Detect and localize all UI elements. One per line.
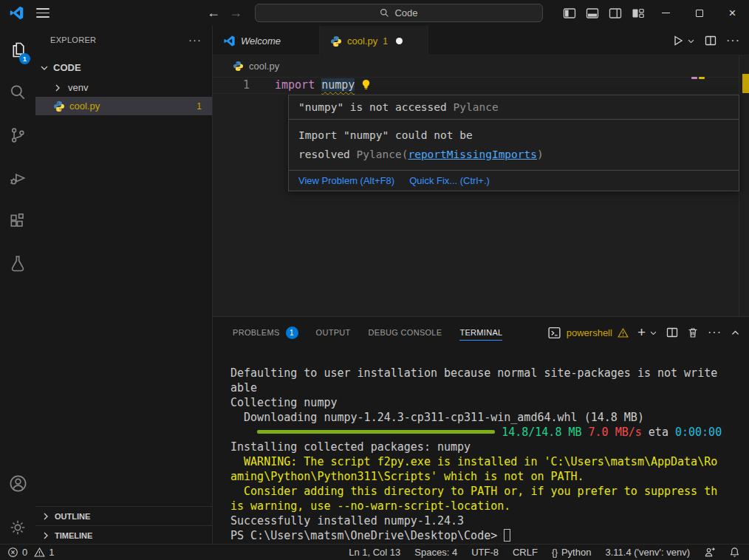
terminal-line: 14.8/14.8 MB 7.0 MB/s eta 0:00:00: [230, 425, 745, 440]
vscode-window: ← → Code × 1: [0, 0, 749, 560]
indentation-item[interactable]: Spaces: 4: [414, 547, 457, 558]
report-missing-imports-link[interactable]: reportMissingImports: [408, 148, 537, 160]
source-control-activity-button[interactable]: [0, 119, 35, 151]
hover-source: Pylance(: [350, 148, 408, 160]
folder-label: venv: [68, 82, 88, 93]
braces-icon: {}: [552, 547, 558, 558]
outline-label: OUTLINE: [55, 512, 90, 521]
terminal-text: eta: [642, 426, 675, 439]
terminal-text: WARNING: The script f2py.exe is installe…: [230, 455, 717, 468]
editor-more-actions-button[interactable]: ···: [726, 37, 740, 44]
explorer-more-actions-button[interactable]: ···: [188, 36, 202, 44]
panel-actions: powershell + ···: [547, 326, 740, 340]
back-button[interactable]: ←: [207, 3, 220, 22]
run-debug-activity-button[interactable]: [0, 162, 35, 194]
search-text: Code: [394, 7, 417, 18]
run-debug-icon: [8, 168, 27, 188]
split-terminal-button[interactable]: [666, 327, 678, 338]
terminal-line: able: [230, 380, 745, 395]
timeline-label: TIMELINE: [55, 531, 92, 540]
explorer-activity-button[interactable]: 1: [0, 33, 35, 66]
terminal-instance[interactable]: powershell: [547, 326, 629, 340]
hamburger-menu-button[interactable]: [36, 8, 49, 18]
panel-more-actions-button[interactable]: ···: [708, 329, 722, 336]
timeline-section-header[interactable]: TIMELINE: [35, 525, 212, 544]
terminal-text: aming\Python\Python311\Scripts' which is…: [230, 470, 584, 483]
hover-message-text: resolved: [298, 148, 350, 160]
eol-item[interactable]: CRLF: [513, 547, 538, 558]
warning-count: 1: [49, 547, 54, 558]
hover-message-line: Import "numpy" could not be: [298, 126, 729, 145]
terminal-text: is warning, use --no-warn-script-locatio…: [230, 499, 510, 513]
tab-debug-console[interactable]: DEBUG CONSOLE: [369, 325, 442, 340]
tab-terminal[interactable]: TERMINAL: [459, 325, 502, 341]
forward-button[interactable]: →: [229, 3, 242, 22]
close-button[interactable]: ×: [716, 0, 749, 26]
problems-status-item[interactable]: 0 1: [7, 547, 54, 558]
file-coolpy[interactable]: cool.py 1: [35, 97, 212, 115]
maximize-button[interactable]: [683, 0, 716, 26]
customize-layout-button[interactable]: [626, 0, 649, 26]
account-button[interactable]: [0, 467, 35, 499]
folder-code[interactable]: CODE: [35, 58, 212, 77]
problem-hover-tooltip: "numpy" is not accessed Pylance Import "…: [288, 95, 739, 191]
identifier-numpy: numpy: [321, 78, 355, 92]
sidebar-title: EXPLORER: [50, 35, 96, 44]
tab-coolpy[interactable]: cool.py 1: [320, 26, 428, 56]
problems-count-badge: 1: [286, 327, 298, 339]
toggle-panel-button[interactable]: [581, 0, 603, 26]
python-interpreter-item[interactable]: 3.11.4 ('venv': venv): [605, 547, 690, 558]
feedback-person-icon: [704, 547, 715, 558]
tab-output[interactable]: OUTPUT: [316, 325, 351, 340]
terminal-text: 0:00:00: [675, 426, 722, 439]
line-number[interactable]: 1: [233, 77, 250, 94]
folder-label: CODE: [53, 62, 81, 73]
terminal-line: Collecting numpy: [230, 395, 745, 410]
new-terminal-button[interactable]: +: [637, 327, 657, 338]
notifications-bell-button[interactable]: [729, 547, 740, 558]
view-problem-action[interactable]: View Problem (Alt+F8): [298, 175, 394, 186]
maximize-panel-button[interactable]: [731, 328, 740, 338]
breadcrumb[interactable]: cool.py: [233, 57, 279, 75]
code-text[interactable]: import numpy: [275, 77, 372, 94]
split-editor-button[interactable]: [705, 35, 716, 47]
breadcrumb-file: cool.py: [249, 61, 279, 72]
title-bar: ← → Code ×: [0, 0, 749, 26]
toggle-primary-sidebar-button[interactable]: [558, 0, 581, 26]
command-center-search[interactable]: Code: [255, 4, 543, 22]
language-mode-item[interactable]: {}Python: [552, 547, 592, 558]
terminal-cursor: [504, 529, 510, 542]
feedback-button[interactable]: [704, 547, 715, 558]
lightbulb-icon[interactable]: [360, 78, 372, 91]
extensions-activity-button[interactable]: [0, 205, 35, 237]
minimize-button[interactable]: [649, 0, 683, 26]
error-icon: [7, 547, 18, 558]
kill-terminal-button[interactable]: [687, 327, 699, 338]
explorer-sidebar: EXPLORER ··· CODE venv cool.py 1 OUTLINE…: [35, 26, 213, 544]
tab-problems[interactable]: PROBLEMS 1: [233, 324, 298, 342]
editor-pane[interactable]: cool.py 1 import numpy "numpy" is not ac…: [213, 55, 749, 316]
search-activity-button[interactable]: [0, 76, 35, 109]
terminal-text: [582, 426, 589, 439]
run-python-button[interactable]: [672, 35, 695, 47]
terminal-line: is warning, use --no-warn-script-locatio…: [230, 499, 745, 513]
tab-label: PROBLEMS: [233, 328, 280, 337]
terminal-text: Consider adding this directory to PATH o…: [230, 485, 717, 498]
quick-fix-action[interactable]: Quick Fix... (Ctrl+.): [409, 175, 490, 186]
encoding-item[interactable]: UTF-8: [471, 547, 499, 558]
folder-venv[interactable]: venv: [35, 78, 212, 97]
outline-section-header[interactable]: OUTLINE: [35, 506, 212, 525]
sidebar-header: EXPLORER ···: [35, 26, 212, 54]
tab-welcome[interactable]: Welcome: [213, 26, 320, 55]
modified-indicator-dot[interactable]: [396, 38, 403, 44]
testing-activity-button[interactable]: [0, 247, 35, 280]
cursor-position-item[interactable]: Ln 1, Col 13: [349, 547, 400, 558]
hover-source: ): [537, 148, 544, 160]
python-icon: [53, 100, 65, 112]
hover-actions: View Problem (Alt+F8) Quick Fix... (Ctrl…: [289, 170, 739, 191]
terminal-output[interactable]: Defaulting to user installation because …: [230, 366, 745, 543]
overview-ruler-warning-mark[interactable]: [742, 74, 749, 93]
settings-button[interactable]: [0, 511, 35, 544]
hover-message-2: Import "numpy" could not be resolved Pyl…: [289, 119, 739, 170]
toggle-secondary-sidebar-button[interactable]: [603, 0, 626, 26]
